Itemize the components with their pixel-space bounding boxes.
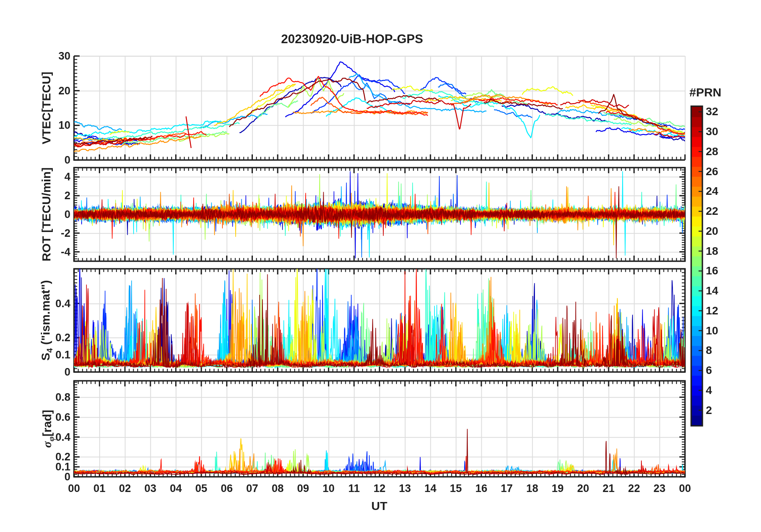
s4-y-tick-label: 0.4 (55, 297, 70, 310)
vtec-y-tick-label: 0 (64, 154, 70, 166)
x-tick-label: 10 (322, 482, 334, 495)
x-tick-label: 19 (552, 482, 564, 495)
x-tick-label: 05 (195, 482, 207, 495)
x-tick-label: 01 (94, 482, 106, 495)
x-tick-label: 00 (679, 482, 691, 495)
colorbar-title: #PRN (689, 86, 721, 99)
x-tick-label: 00 (68, 482, 80, 495)
x-tick-label: 09 (297, 482, 309, 495)
colorbar-tick-label: 18 (706, 245, 718, 258)
colorbar-tick-label: 32 (706, 105, 718, 118)
x-tick-label: 18 (526, 482, 538, 495)
x-tick-label: 13 (399, 482, 411, 495)
x-tick-label: 21 (603, 482, 615, 495)
colorbar-tick-label: 10 (706, 324, 718, 337)
x-tick-label: 04 (170, 482, 182, 495)
sigma-y-tick-label: 0.2 (55, 451, 70, 463)
x-tick-label: 12 (373, 482, 385, 495)
x-tick-label: 14 (425, 482, 437, 495)
s4-y-axis-label: S4 ("ism.mat") (39, 280, 54, 361)
colorbar-tick-label: 20 (706, 225, 718, 238)
s4-y-tick-label: 0 (64, 366, 70, 378)
figure-title: 20230920-UiB-HOP-GPS (281, 32, 423, 46)
rot-y-tick-label: 4 (64, 171, 70, 183)
colorbar-tick-label: 16 (706, 264, 718, 277)
vtec-y-tick-label: 30 (58, 50, 70, 62)
colorbar-tick-label: 8 (706, 344, 712, 357)
sigma-y-tick-label: 0.6 (55, 411, 70, 423)
gps-monitoring-figure: 20230920-UiB-HOP-GPS VTEC[TECU] ROT [TEC… (0, 0, 761, 532)
x-tick-label: 17 (501, 482, 513, 495)
colorbar-tick-label: 2 (706, 404, 712, 417)
chart-canvas (0, 0, 761, 532)
colorbar-tick-label: 14 (706, 284, 718, 297)
x-tick-label: 22 (628, 482, 640, 495)
vtec-y-axis-label: VTEC[TECU] (40, 72, 53, 144)
colorbar-tick-label: 22 (706, 205, 718, 218)
x-tick-label: 07 (246, 482, 258, 495)
x-tick-label: 16 (475, 482, 487, 495)
colorbar-tick-label: 6 (706, 364, 712, 377)
colorbar-tick-label: 28 (706, 145, 718, 158)
x-axis-label: UT (371, 499, 387, 513)
x-tick-label: 20 (577, 482, 589, 495)
s4-y-tick-label: 0.1 (55, 349, 70, 361)
vtec-y-tick-label: 10 (58, 119, 70, 132)
colorbar-tick-label: 4 (706, 384, 712, 397)
sigma-phi-y-axis-label: σφ[rad] (40, 410, 56, 448)
s4-y-tick-label: 0.2 (55, 332, 70, 344)
colorbar-tick-label: 26 (706, 165, 718, 178)
vtec-y-tick-label: 20 (58, 84, 70, 97)
x-tick-label: 11 (348, 482, 360, 495)
x-tick-label: 06 (221, 482, 233, 495)
sigma-y-tick-label: 0.8 (55, 391, 70, 404)
colorbar-tick-label: 24 (706, 185, 718, 198)
x-tick-label: 15 (450, 482, 462, 495)
x-tick-label: 23 (653, 482, 665, 495)
sigma-y-tick-label: 0.4 (55, 431, 70, 443)
rot-y-tick-label: 2 (64, 190, 70, 202)
rot-y-tick-label: -4 (61, 246, 70, 258)
rot-y-tick-label: -2 (61, 227, 70, 239)
x-tick-label: 02 (119, 482, 131, 495)
x-tick-label: 03 (144, 482, 156, 495)
colorbar-tick-label: 30 (706, 125, 718, 138)
rot-y-axis-label: ROT [TECU/min] (40, 168, 53, 262)
rot-y-tick-label: 0 (64, 208, 70, 221)
x-tick-label: 08 (272, 482, 284, 495)
colorbar-tick-label: 12 (706, 304, 718, 317)
